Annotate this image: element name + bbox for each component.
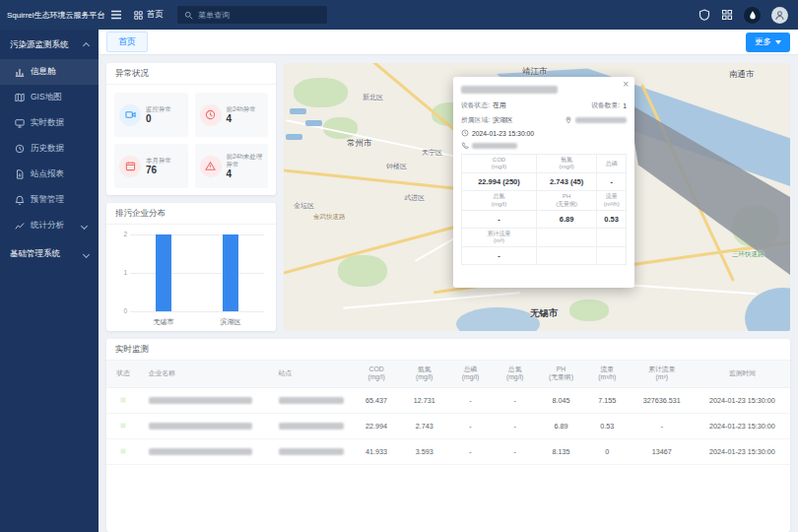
- tab-home[interactable]: 首页: [106, 32, 148, 52]
- trend-line-icon: [15, 221, 25, 231]
- gis-map[interactable]: 新北区 靖江市 南通市 常州市 天宁区 钟楼区 金坛区 武进区 无锡市 三环快速…: [284, 63, 790, 331]
- monitor-table: 状态 企业名称 站点 COD(mg/l) 氨氮(mg/l) 总磷(mg/l) 总…: [106, 361, 790, 465]
- more-button-label: 更多: [755, 36, 771, 48]
- sidebar-item-label: 站点报表: [31, 168, 64, 180]
- location-pin-icon: [565, 116, 572, 124]
- col-unit: (mg/l): [353, 373, 401, 381]
- col-unit: (m³): [462, 237, 536, 244]
- card-label: 前24h未处理异常: [227, 153, 264, 167]
- apps-grid-icon[interactable]: [721, 9, 733, 21]
- col-header: 氨氮: [400, 366, 448, 373]
- cod-value: 22.994 (250): [462, 173, 537, 191]
- sidebar-section-pollution-monitor[interactable]: 污染源监测系统: [0, 30, 99, 59]
- more-button[interactable]: 更多: [746, 33, 790, 52]
- tp-cell: -: [448, 387, 493, 413]
- table-row[interactable]: 22.994 2.743 - - 6.89 0.53 - 2024-01-23 …: [106, 413, 790, 438]
- search-icon: [184, 11, 193, 20]
- sidebar-item-alert-management[interactable]: 预警管理: [0, 187, 99, 213]
- table-row[interactable]: 65.437 12.731 - - 8.045 7.155 327636.531…: [106, 387, 790, 413]
- ph-cell: 6.89: [537, 413, 585, 438]
- sidebar-item-info-cabin[interactable]: 信息舱: [0, 59, 99, 85]
- user-avatar[interactable]: [771, 7, 788, 24]
- tp-value: -: [597, 173, 627, 191]
- sidebar-item-label: GIS地图: [31, 92, 62, 103]
- map-label-district: 金坛区: [294, 201, 314, 211]
- col-header: 累计流量: [462, 231, 536, 237]
- chevron-down-icon: [81, 222, 88, 229]
- time-cell: 2024-01-23 15:30:00: [695, 387, 790, 413]
- empty-cell: [536, 247, 596, 265]
- station-name-redacted: [279, 397, 344, 404]
- hamburger-menu-icon[interactable]: [110, 9, 122, 21]
- popup-measurements-table: COD(mg/l) 氨氮(mg/l) 总磷 22.994 (250) 2.743…: [461, 154, 627, 265]
- card-monitor-abnormal: 监控异常 0: [114, 93, 188, 137]
- sidebar-item-history-data[interactable]: 历史数据: [0, 136, 99, 162]
- col-unit: (无量纲): [537, 201, 596, 208]
- x-axis-labels: 无锡市 滨湖区: [130, 313, 264, 327]
- col-header: 企业名称: [149, 369, 271, 377]
- map-label-district: 天宁区: [422, 148, 442, 158]
- total-flow-cell: 13467: [630, 438, 695, 464]
- ph-cell: 8.045: [537, 387, 585, 413]
- popup-row-phone: [461, 142, 627, 150]
- bar-chart: 2 1 0 无锡市 滨湖区: [130, 229, 264, 327]
- table-row[interactable]: 41.933 3.593 - - 8.135 0 13467 2024-01-2…: [106, 438, 790, 464]
- bar-binhu: [223, 234, 238, 311]
- popup-row-status: 设备状态: 在用 设备数量: 1: [461, 100, 627, 110]
- park-area: [569, 299, 609, 321]
- abnormal-cards: 监控异常 0 前24h异常 4 本月异常 76: [106, 85, 276, 196]
- device-status-value: 在用: [493, 100, 506, 110]
- poi-label: [286, 134, 302, 140]
- tn-cell: -: [493, 413, 537, 438]
- chevron-down-icon: [83, 250, 90, 257]
- card-value: 4: [227, 168, 264, 179]
- close-icon[interactable]: ×: [623, 79, 629, 90]
- breadcrumb-home-label: 首页: [147, 9, 164, 21]
- search-input[interactable]: [198, 11, 320, 20]
- col-unit: (mg/l): [448, 373, 493, 381]
- card-value: 0: [146, 113, 171, 124]
- lake-water: [456, 307, 540, 331]
- col-header: 流量: [597, 193, 626, 200]
- station-info-popup: × 设备状态: 在用 设备数量: 1 所属区域: 滨湖区 2024-0: [453, 77, 634, 288]
- map-label-district: 新北区: [363, 93, 383, 102]
- report-file-icon: [15, 169, 25, 179]
- sidebar-item-realtime-data[interactable]: 实时数据: [0, 110, 99, 136]
- park-area: [338, 255, 387, 287]
- col-unit: (mg/l): [537, 164, 596, 170]
- warning-triangle-icon: [200, 156, 222, 177]
- col-header: COD: [462, 157, 536, 164]
- menu-search-box[interactable]: [177, 6, 327, 24]
- card-unhandled-abnormal: 前24h未处理异常 4: [195, 144, 269, 188]
- chart-bars: [130, 234, 264, 311]
- total-flow-value: -: [462, 247, 537, 265]
- sidebar-item-gis-map[interactable]: GIS地图: [0, 85, 99, 110]
- card-month-abnormal: 本月异常 76: [114, 144, 188, 188]
- col-header: 总磷: [597, 161, 626, 167]
- monitor-panel-title: 实时监测: [106, 339, 790, 361]
- address-redacted: [575, 117, 627, 123]
- tp-cell: -: [448, 438, 493, 464]
- device-count-value: 1: [623, 102, 627, 109]
- chevron-up-icon: [83, 41, 90, 48]
- map-label-road: 三环快速路: [732, 250, 765, 259]
- enterprise-name-redacted: [149, 448, 252, 455]
- col-unit: (mg/l): [462, 164, 536, 170]
- brand-droplet-icon[interactable]: [744, 7, 761, 24]
- sidebar-item-label: 统计分析: [31, 220, 64, 232]
- breadcrumb[interactable]: 首页: [134, 9, 164, 21]
- popup-header-row: COD(mg/l) 氨氮(mg/l) 总磷: [462, 155, 627, 173]
- popup-header-row: 总氮(mg/l) PH(无量纲) 流量(m³/h): [462, 191, 627, 210]
- map-icon: [15, 93, 25, 102]
- badge-shield-icon[interactable]: [698, 9, 710, 21]
- sidebar-item-station-report[interactable]: 站点报表: [0, 162, 99, 187]
- sidebar-item-statistics[interactable]: 统计分析: [0, 213, 99, 238]
- flow-value: 0.53: [597, 210, 627, 228]
- region-value: 滨湖区: [493, 115, 512, 125]
- popup-row-region: 所属区域: 滨湖区: [461, 115, 627, 125]
- caret-down-icon: [775, 40, 781, 44]
- sidebar-section-base-management[interactable]: 基础管理系统: [0, 238, 99, 268]
- gridline: [130, 311, 264, 312]
- nh3n-value: 2.743 (45): [536, 173, 596, 191]
- col-unit: (mg/l): [462, 201, 536, 208]
